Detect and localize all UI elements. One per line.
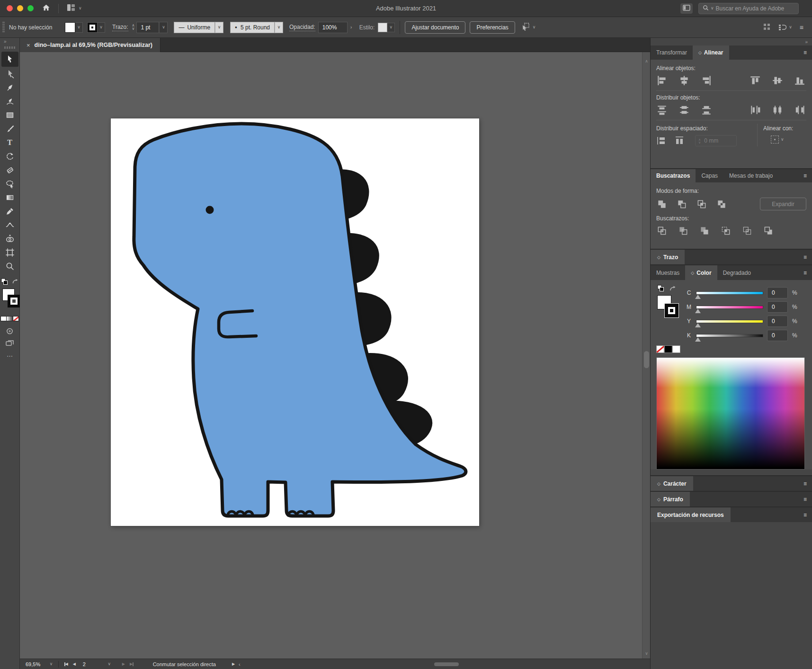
- chevron-down-icon[interactable]: ∨: [47, 662, 55, 666]
- color-mode-button[interactable]: [0, 316, 7, 321]
- width-tool[interactable]: [1, 218, 18, 232]
- magenta-slider[interactable]: [696, 306, 763, 308]
- preferences-button[interactable]: Preferencias: [470, 21, 515, 34]
- stroke-panel-menu-icon[interactable]: ≡: [803, 250, 812, 264]
- horizontal-scroll-thumb[interactable]: [434, 662, 459, 666]
- tab-degradado[interactable]: Degradado: [717, 265, 757, 280]
- workspace-menu-icon[interactable]: ≡: [800, 24, 803, 31]
- exclude-button[interactable]: [716, 199, 727, 210]
- vertical-scroll-thumb[interactable]: [644, 351, 649, 368]
- default-fill-stroke-icon[interactable]: [657, 285, 664, 293]
- shape-builder-tool[interactable]: [1, 232, 18, 245]
- artboard-number-field[interactable]: 2: [80, 660, 105, 668]
- distribute-left-button[interactable]: [750, 104, 761, 116]
- color-spectrum[interactable]: [656, 357, 805, 470]
- align-to-dropdown[interactable]: ∨: [771, 136, 806, 144]
- align-left-button[interactable]: [656, 75, 668, 86]
- opacity-value-field[interactable]: 100%: [318, 22, 348, 33]
- zoom-tool[interactable]: [1, 260, 18, 273]
- selection-tool[interactable]: [1, 52, 18, 67]
- previous-artboard-button[interactable]: ◀: [71, 662, 78, 666]
- brush-definition-dropdown[interactable]: ● 5 pt. Round ∨: [230, 22, 283, 33]
- toolbar-grip[interactable]: [4, 46, 16, 49]
- align-top-button[interactable]: [750, 75, 761, 86]
- last-artboard-button[interactable]: ▶: [127, 662, 136, 666]
- lasso-tool[interactable]: [1, 177, 18, 190]
- eyedropper-tool[interactable]: [1, 205, 18, 218]
- distribute-horizontal-center-button[interactable]: [772, 104, 783, 116]
- close-window-button[interactable]: [7, 5, 13, 11]
- white-swatch[interactable]: [672, 345, 680, 353]
- scroll-up-icon[interactable]: ∧: [642, 59, 650, 63]
- swap-fill-stroke-icon[interactable]: [669, 285, 677, 293]
- style-swatch[interactable]: [378, 23, 387, 32]
- tab-color[interactable]: ◇ Color: [685, 265, 717, 280]
- document-tab[interactable]: × dino–lamp.ai al 69,5% (RGB/Previsualiz…: [20, 38, 161, 52]
- stroke-panel-header[interactable]: ◇ Trazo ≡: [651, 249, 812, 264]
- canvas-area[interactable]: ∧ ∨: [20, 52, 650, 659]
- pathfinder-panel-menu-icon[interactable]: ≡: [803, 169, 812, 182]
- stroke-swatch[interactable]: [87, 22, 98, 33]
- magenta-value-field[interactable]: 0: [767, 301, 788, 313]
- vertical-distribute-space-button[interactable]: [656, 136, 667, 146]
- stroke-weight-dropdown[interactable]: 1 pt ∨: [136, 22, 168, 33]
- swap-fill-stroke-icon[interactable]: [12, 279, 19, 287]
- slider-thumb[interactable]: [695, 337, 701, 342]
- pen-tool[interactable]: [1, 81, 18, 94]
- workspace-switcher-button[interactable]: ∨: [62, 2, 86, 15]
- expand-button[interactable]: Expandir: [760, 198, 806, 210]
- crop-button[interactable]: [720, 225, 732, 236]
- chevron-down-icon[interactable]: ∨: [106, 662, 113, 666]
- yellow-slider[interactable]: [696, 320, 763, 323]
- trim-button[interactable]: [678, 225, 689, 236]
- rectangle-tool[interactable]: [1, 108, 18, 122]
- arrange-documents-dropdown[interactable]: ∨: [778, 24, 792, 31]
- paragraph-panel-menu-icon[interactable]: ≡: [803, 492, 812, 506]
- zoom-level-field[interactable]: 69,5%: [24, 660, 47, 668]
- stroke-color-dropdown[interactable]: ∨: [87, 22, 105, 33]
- align-panel-menu-icon[interactable]: ≡: [803, 45, 812, 60]
- yellow-value-field[interactable]: 0: [767, 316, 788, 327]
- screen-mode-button[interactable]: [5, 339, 14, 348]
- rotate-tool[interactable]: [1, 150, 18, 163]
- stroke-weight-label[interactable]: Trazo:: [112, 24, 128, 31]
- eraser-tool[interactable]: [1, 163, 18, 177]
- stroke-color-proxy[interactable]: [665, 304, 678, 317]
- merge-button[interactable]: [699, 225, 710, 236]
- distribute-vertical-center-button[interactable]: [678, 104, 690, 116]
- touch-workspace-icon[interactable]: [763, 23, 770, 32]
- horizontal-scrollbar[interactable]: [243, 661, 644, 667]
- tab-transformar[interactable]: Transformar: [651, 45, 693, 60]
- none-swatch[interactable]: [656, 345, 664, 353]
- tab-capas[interactable]: Capas: [696, 169, 723, 182]
- slider-thumb[interactable]: [695, 295, 701, 299]
- controlbar-grip[interactable]: [2, 22, 5, 33]
- scroll-down-icon[interactable]: ∨: [642, 651, 650, 656]
- dino-body[interactable]: [134, 124, 466, 516]
- asset-export-panel-menu-icon[interactable]: ≡: [803, 507, 812, 522]
- slider-thumb[interactable]: [695, 323, 701, 327]
- align-vertical-center-button[interactable]: [772, 75, 783, 86]
- minus-front-button[interactable]: [676, 199, 687, 210]
- paintbrush-tool[interactable]: [1, 122, 18, 136]
- distribute-right-button[interactable]: [794, 104, 805, 116]
- zoom-window-button[interactable]: [27, 5, 34, 11]
- default-fill-stroke-icon[interactable]: [1, 278, 8, 287]
- black-slider[interactable]: [696, 334, 763, 337]
- tab-alinear[interactable]: ◇ Alinear: [693, 45, 729, 60]
- type-tool[interactable]: T: [1, 136, 18, 149]
- paragraph-panel-header[interactable]: ◇ Párrafo ≡: [651, 491, 812, 506]
- help-search-field[interactable]: ∨ Buscar en Ayuda de Adobe: [698, 3, 799, 14]
- gradient-mode-button[interactable]: [7, 316, 13, 321]
- curvature-tool[interactable]: [1, 95, 18, 108]
- next-artboard-button[interactable]: ▶: [120, 662, 127, 666]
- color-panel-menu-icon[interactable]: ≡: [803, 265, 812, 280]
- vertical-scrollbar[interactable]: ∧ ∨: [642, 52, 650, 659]
- tab-mesas-de-trabajo[interactable]: Mesas de trabajo: [723, 169, 778, 182]
- distribute-top-button[interactable]: [656, 104, 668, 116]
- intersect-button[interactable]: [696, 199, 707, 210]
- gradient-tool[interactable]: [1, 191, 18, 204]
- cyan-value-field[interactable]: 0: [767, 287, 788, 298]
- fill-swatch[interactable]: [65, 22, 75, 33]
- width-profile-dropdown[interactable]: — Uniforme ∨: [174, 22, 223, 33]
